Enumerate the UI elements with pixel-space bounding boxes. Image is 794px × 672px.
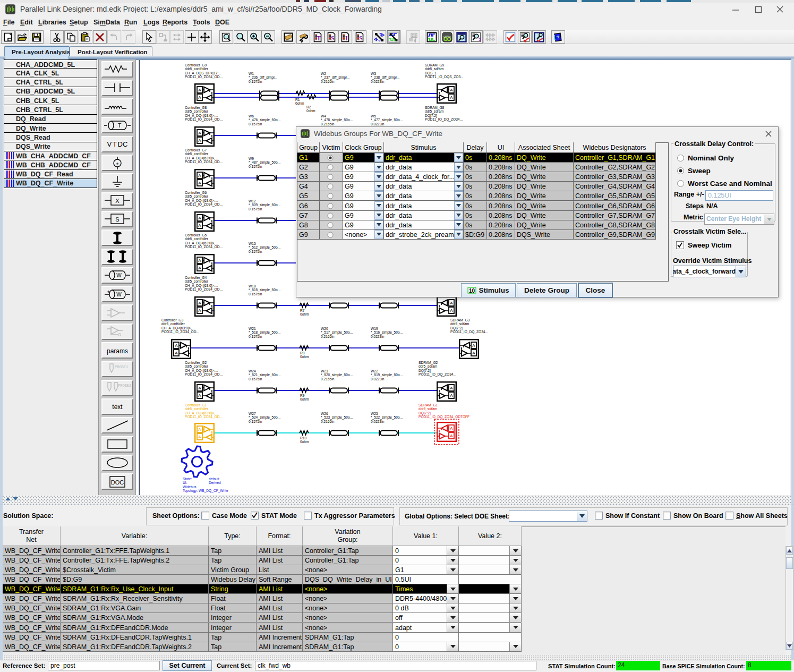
svg-text:params: params bbox=[107, 347, 128, 354]
svg-text:I: I bbox=[345, 34, 348, 41]
svg-text:S: S bbox=[331, 34, 335, 41]
svg-text:DOC: DOC bbox=[111, 479, 124, 485]
svg-text:10: 10 bbox=[469, 288, 475, 294]
svg-text:±: ± bbox=[116, 160, 119, 166]
svg-text:W: W bbox=[116, 273, 122, 278]
svg-text:±: ± bbox=[107, 289, 110, 294]
svg-text:PROBE1: PROBE1 bbox=[115, 365, 128, 369]
svg-text:W: W bbox=[116, 292, 122, 297]
svg-text:PROBE2: PROBE2 bbox=[118, 384, 131, 388]
svg-text:V⊤DC: V⊤DC bbox=[107, 140, 128, 148]
svg-text:T: T bbox=[317, 34, 321, 41]
svg-text:text: text bbox=[112, 403, 123, 411]
svg-text:X: X bbox=[115, 198, 119, 204]
svg-text:S: S bbox=[115, 216, 119, 223]
svg-text:S: S bbox=[359, 34, 363, 41]
svg-text:T: T bbox=[118, 122, 122, 129]
svg-text:S: S bbox=[479, 37, 481, 42]
